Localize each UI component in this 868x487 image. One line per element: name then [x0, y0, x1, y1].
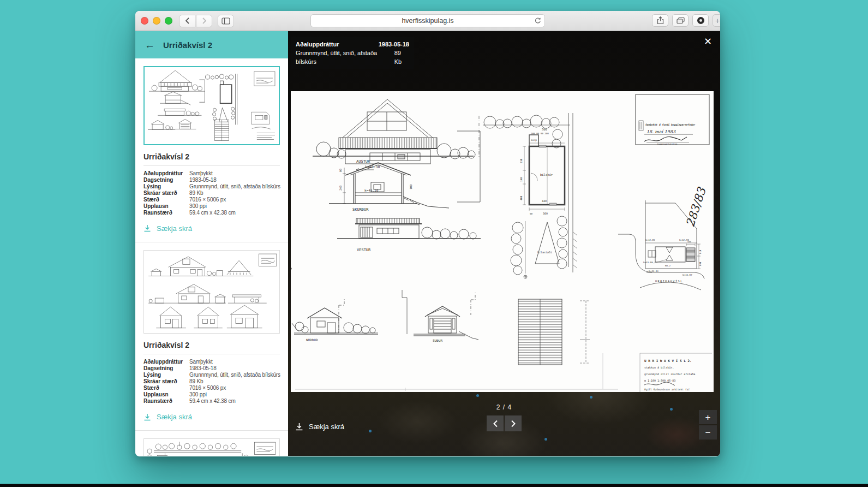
meta-row: Upplausn300 ppi — [143, 203, 280, 210]
stamp-date: 18. maí 1983 — [646, 129, 676, 134]
level-g3: G=43.06 — [643, 261, 653, 264]
overlay-title: Aðaluppdráttur — [296, 40, 339, 49]
titleblock-line3: grunnmynd útlit skurður afstaða — [644, 372, 695, 376]
download-link[interactable]: Sækja skrá — [143, 413, 280, 421]
label-bilskur: bílskúr — [540, 173, 553, 176]
zoom-window-button[interactable] — [165, 17, 172, 25]
meta-row: Stærð7016 × 5006 px — [143, 197, 280, 203]
drawing-sheet: AUSTUR k=46.30 — [291, 91, 714, 392]
label-sudur: SUÐUR — [433, 338, 442, 342]
download-icon — [143, 413, 151, 421]
sidebar-header: ← Urriðakvísl 2 — [135, 31, 288, 58]
dim-sec2: 240 — [339, 186, 342, 191]
back-arrow-icon[interactable]: ← — [145, 40, 155, 50]
reload-button[interactable] — [534, 17, 541, 26]
share-button[interactable] — [652, 14, 668, 27]
meta-row: Raunstærð59.4 cm x 42.38 cm — [143, 398, 280, 405]
reference-number: 283/83 — [684, 185, 709, 228]
titleblock-line1: U R R I Ð A K V Í S L 2. — [644, 359, 692, 363]
chevron-right-icon — [511, 420, 516, 427]
chevron-left-icon — [493, 420, 498, 427]
label-nordur: NORÐUR — [306, 338, 318, 342]
meta-row: LýsingGrunnmynd, útlit, snið, afstaða bí… — [143, 372, 280, 378]
url-text: hverfisskipulag.is — [402, 17, 453, 25]
thumbnail-3-image — [144, 439, 279, 456]
meta-row: Upplausn300 ppi — [143, 391, 280, 398]
browser-titlebar: hverfisskipulag.is + — [135, 11, 720, 31]
label-skurdur: SKURÐUR — [352, 207, 369, 212]
entry-title: Urriðakvísl 2 — [143, 341, 280, 349]
meta-row: AðaluppdrátturSamþykkt — [143, 359, 280, 365]
dim-site-right2: 890 — [699, 262, 702, 266]
entry-title: Urriðakvísl 2 — [143, 152, 280, 161]
dim-bottom: 360 — [543, 212, 548, 215]
share-icon — [657, 16, 664, 25]
minimize-window-button[interactable] — [153, 17, 160, 25]
overlay-size: 89 Kb — [394, 49, 409, 66]
thumbnail-1-image — [145, 67, 279, 144]
zoom-in-button[interactable]: + — [699, 410, 717, 424]
new-tab-button[interactable]: + — [713, 14, 720, 27]
label-sorp: sorp — [531, 139, 537, 141]
label-no2: NO.2 — [665, 264, 671, 267]
previous-page-button[interactable] — [487, 415, 504, 431]
sidebar: ← Urriðakvísl 2 — [135, 31, 288, 456]
meta-row: AðaluppdrátturSamþykkt — [143, 170, 280, 177]
meta-row: Skráar stærð89 Kb — [143, 378, 280, 385]
thumbnail-2-image — [144, 251, 279, 334]
dim-left3: 400 — [520, 196, 523, 200]
thumbnail-drawing-1[interactable] — [143, 66, 280, 145]
meta-row: Dagsetning1983-05-18 — [143, 177, 280, 183]
level-g5: G=43.07 — [683, 274, 692, 276]
thumbnail-drawing-2[interactable] — [143, 250, 280, 334]
traffic-lights — [141, 17, 172, 25]
sidebar-toggle-button[interactable] — [218, 15, 234, 27]
label-section-k: k=43.10 — [364, 188, 379, 192]
titleblock-line2: stækkun á bílskúr. — [644, 366, 674, 369]
stamp-line1: Samþykkt á fundi byggingarnefndar — [645, 123, 696, 126]
architectural-drawing[interactable]: AUSTUR k=46.30 — [291, 91, 714, 392]
next-page-button[interactable] — [505, 415, 522, 431]
extension-button[interactable] — [692, 14, 709, 27]
extension-shield-icon — [697, 16, 705, 25]
overlay-date: 1983-05-18 — [379, 40, 409, 49]
thumbnail-drawing-3[interactable] — [143, 438, 280, 456]
meta-row: Stærð7016 × 5006 px — [143, 385, 280, 391]
browser-window: hverfisskipulag.is + ← Urriðakvísl 2 — [135, 11, 720, 456]
label-street: URRIÐAKVÍSL — [655, 280, 683, 283]
close-viewer-button[interactable]: ✕ — [704, 37, 712, 46]
dim-sec3: 100 — [409, 185, 412, 189]
dim-top-sub: 180 90 90 200 — [531, 132, 549, 135]
dim-sec1: 80 — [339, 169, 342, 172]
divider — [135, 242, 288, 242]
overlay-description: Grunnmynd, útlit, snið, afstaða bílskúrs — [296, 49, 394, 66]
tab-overview-button[interactable] — [672, 14, 689, 27]
chevron-left-icon — [185, 17, 190, 24]
close-window-button[interactable] — [141, 17, 148, 25]
divider — [135, 430, 288, 431]
label-austur: AUSTUR — [356, 159, 370, 164]
back-button[interactable] — [179, 15, 195, 27]
label-vestur: VESTUR — [357, 248, 371, 252]
forward-button[interactable] — [196, 15, 212, 27]
divider — [143, 165, 280, 166]
meta-row: LýsingGrunnmynd, útlit, snið, afstaða bí… — [143, 183, 280, 190]
download-link[interactable]: Sækja skrá — [143, 224, 280, 233]
dim-left1: 310 — [520, 159, 523, 163]
download-icon — [143, 224, 151, 232]
chevron-right-icon — [202, 17, 207, 24]
dim-site-right1: 810 — [699, 250, 702, 254]
address-bar[interactable]: hverfisskipulag.is — [310, 14, 545, 27]
zoom-out-button[interactable]: − — [699, 425, 717, 440]
document-info-overlay: Aðaluppdráttur 1983-05-18 Grunnmynd, útl… — [291, 37, 414, 69]
download-label: Sækja skrá — [157, 224, 192, 233]
sidebar-icon — [222, 17, 230, 25]
map-marker-dot — [476, 394, 479, 397]
divider — [143, 354, 280, 354]
label-bilastaedi: bílastæði — [537, 251, 552, 254]
screen-bottom-strip — [0, 484, 868, 487]
titleblock-line5: Egill Guðmundsson arkitekt faí — [644, 388, 690, 391]
meta-row: Dagsetning1983-05-18 — [143, 365, 280, 372]
meta-row: Skráar stærð89 Kb — [143, 190, 280, 197]
dim-bottom-inner: 440 — [542, 199, 547, 203]
